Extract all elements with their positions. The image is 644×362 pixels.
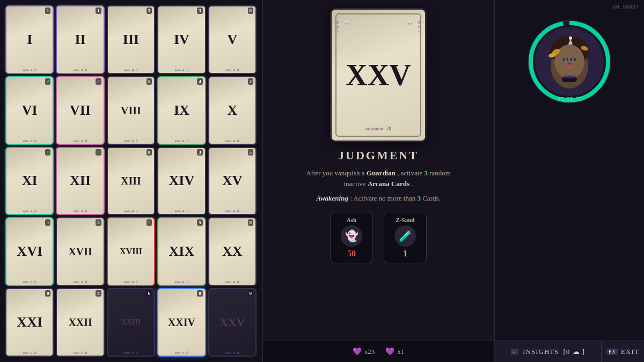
- insights-count: [0 ☁ ]: [563, 348, 585, 356]
- awakening-label: Awakening: [316, 194, 348, 202]
- card-badge: 0: [147, 149, 152, 156]
- card-numeral: XIX: [169, 245, 195, 258]
- center-panel: ⊕⊗⊙ ⊕⊗⊙ 💀 💀 XXV ⊕⊗⊙⊕⊗⊙⊕-20 JUDGMENT Afte…: [263, 0, 494, 362]
- big-card-numeral: XXV: [346, 58, 411, 92]
- card-footer: ⊕⊗⊙·4.0: [57, 209, 103, 213]
- card-numeral: IV: [174, 33, 189, 47]
- card-footer: ⊕⊗⊙·4.0: [158, 68, 204, 72]
- card-I[interactable]: 1I⊕⊗⊙·4.0: [5, 5, 54, 74]
- card-badge: 1: [96, 8, 101, 14]
- card-badge: 1: [45, 149, 51, 156]
- right-panel: V0.90437: [494, 0, 644, 362]
- card-XXIII[interactable]: 6XXIII⊕⊗⊙·4.0: [107, 288, 155, 357]
- desc-guardian: Guardian: [367, 169, 396, 177]
- card-badge: 5: [147, 78, 152, 85]
- card-badge: 5: [96, 219, 101, 226]
- card-VI[interactable]: 2VI⊕⊗⊙·4.0: [5, 76, 54, 145]
- card-numeral: XVIII: [120, 247, 142, 256]
- big-card-footer: ⊕⊗⊙⊕⊗⊙⊕-20: [365, 127, 391, 131]
- card-VII[interactable]: 2VII⊕⊗⊙·4.0: [56, 76, 104, 145]
- card-XX[interactable]: 0XX⊕⊗⊙·4.0: [208, 217, 257, 286]
- card-XXIV[interactable]: 0XXIV⊕⊗⊙·4.0: [157, 288, 206, 357]
- card-numeral: IX: [174, 104, 189, 117]
- card-numeral: XIV: [169, 174, 195, 188]
- card-numeral-empty: XXIII: [121, 318, 141, 327]
- bottom-buttons: ← INSIGHTS [0 ☁ ] EX EXIT: [495, 341, 644, 362]
- card-badge: 0: [197, 290, 203, 297]
- card-IX[interactable]: 4IX⊕⊗⊙·4.0: [157, 76, 206, 145]
- card-numeral: III: [123, 33, 139, 47]
- version-text: V0.90437: [613, 4, 639, 10]
- card-numeral: XXI: [17, 315, 42, 329]
- card-badge: 2: [248, 78, 254, 85]
- card-numeral: XXII: [68, 317, 92, 328]
- card-V[interactable]: 0V⊕⊗⊙·4.0: [208, 5, 257, 74]
- card-XXII[interactable]: 4XXII⊕⊗⊙·4.0: [56, 288, 104, 357]
- insights-button[interactable]: ← INSIGHTS [0 ☁ ]: [495, 341, 601, 362]
- card-badge: 0: [248, 219, 254, 226]
- card-VIII[interactable]: 5VIII⊕⊗⊙·4.0: [107, 76, 155, 145]
- exit-label: EXIT: [621, 348, 639, 356]
- card-XVIII[interactable]: 3XVIII⊕⊗⊙·4.0: [107, 217, 155, 286]
- awakening-end: Cards.: [422, 194, 441, 202]
- insights-key: ←: [511, 349, 518, 355]
- health-icon: 🛡: [575, 95, 582, 104]
- card-XV[interactable]: 5XV⊕⊗⊙·4.0: [208, 147, 257, 216]
- card-footer: ⊕⊗⊙·4.0: [57, 351, 103, 354]
- main-container: 1I⊕⊗⊙·4.01II⊕⊗⊙·4.03III⊕⊗⊙·4.03IV⊕⊗⊙·4.0…: [0, 0, 644, 362]
- card-numeral: XX: [222, 245, 243, 258]
- exit-button[interactable]: EX EXIT: [601, 341, 644, 362]
- cost-item-name: Ash: [347, 217, 356, 223]
- desc-part2: , activate: [397, 169, 422, 177]
- card-IV[interactable]: 3IV⊕⊗⊙·4.0: [157, 5, 206, 74]
- card-row-2: 1XI⊕⊗⊙·4.04XII⊕⊗⊙·4.00XIII⊕⊗⊙·4.03XIV⊕⊗⊙…: [5, 147, 257, 216]
- svg-point-10: [572, 58, 575, 61]
- big-card-inner: 💀 💀 XXV ⊕⊗⊙⊕⊗⊙⊕-20: [335, 13, 421, 137]
- card-numeral: I: [27, 33, 32, 47]
- card-footer: ⊕⊗⊙·4.0: [108, 139, 154, 143]
- card-footer: ⊕⊗⊙·4.0: [6, 209, 53, 213]
- desc-part1: After you vanquish a: [306, 169, 364, 177]
- card-numeral: V: [227, 33, 237, 47]
- card-awakening: Awakening : Activate no more than 3 Card…: [316, 193, 441, 204]
- card-badge: 2: [96, 78, 101, 85]
- card-XVI[interactable]: 3XVI⊕⊗⊙·4.0: [5, 217, 54, 286]
- card-description: After you vanquish a Guardian , activate…: [298, 168, 459, 189]
- card-row-4: 0XXI⊕⊗⊙·4.04XXII⊕⊗⊙·4.06XXIII⊕⊗⊙·4.00XXI…: [5, 288, 257, 357]
- card-XII[interactable]: 4XII⊕⊗⊙·4.0: [56, 147, 104, 216]
- card-XIV[interactable]: 3XIV⊕⊗⊙·4.0: [157, 147, 206, 216]
- card-III[interactable]: 3III⊕⊗⊙·4.0: [107, 5, 155, 74]
- card-footer: ⊕⊗⊙·4.0: [209, 280, 255, 284]
- cost-item-ash: Ash👻50: [330, 212, 373, 263]
- card-XXI[interactable]: 0XXI⊕⊗⊙·4.0: [5, 288, 54, 357]
- card-XXV[interactable]: 0XXV⊕⊗⊙·4.0: [208, 288, 257, 357]
- card-XVII[interactable]: 5XVII⊕⊗⊙·4.0: [56, 217, 104, 286]
- card-footer: ⊕⊗⊙·4.0: [158, 280, 204, 284]
- cost-item-z-sand: Z-Sand🧪1: [384, 212, 427, 263]
- card-badge: 0: [248, 8, 254, 14]
- card-badge: 4: [96, 149, 101, 156]
- card-X[interactable]: 2X⊕⊗⊙·4.0: [208, 76, 257, 145]
- card-II[interactable]: 1II⊕⊗⊙·4.0: [56, 5, 104, 74]
- card-footer: ⊕⊗⊙·4.0: [57, 139, 103, 143]
- card-XI[interactable]: 1XI⊕⊗⊙·4.0: [5, 147, 54, 216]
- card-footer: ⊕⊗⊙·4.0: [108, 209, 154, 213]
- card-footer: ⊕⊗⊙·4.0: [209, 68, 255, 72]
- bottom-currency-bar: 💜x23💜x1: [263, 341, 494, 362]
- card-numeral: XVI: [17, 245, 42, 258]
- card-badge: 4: [197, 78, 203, 85]
- currency-amount: x23: [364, 348, 375, 356]
- card-numeral: VIII: [121, 105, 141, 116]
- card-footer: ⊕⊗⊙·4.0: [6, 68, 53, 72]
- card-numeral: II: [75, 33, 85, 47]
- card-numeral-empty: XXV: [219, 315, 245, 329]
- card-XIII[interactable]: 0XIII⊕⊗⊙·4.0: [107, 147, 155, 216]
- card-footer: ⊕⊗⊙·4.0: [57, 68, 103, 72]
- card-XIX[interactable]: 5XIX⊕⊗⊙·4.0: [157, 217, 206, 286]
- health-arc: [526, 19, 612, 105]
- card-footer: ⊕⊗⊙·4.0: [209, 139, 255, 143]
- selected-card-display: ⊕⊗⊙ ⊕⊗⊙ 💀 💀 XXV ⊕⊗⊙⊕⊗⊙⊕-20: [330, 8, 427, 142]
- card-footer: ⊕⊗⊙·4.0: [6, 280, 53, 284]
- card-badge: 3: [197, 149, 203, 156]
- currency-icon: 💜: [385, 347, 394, 356]
